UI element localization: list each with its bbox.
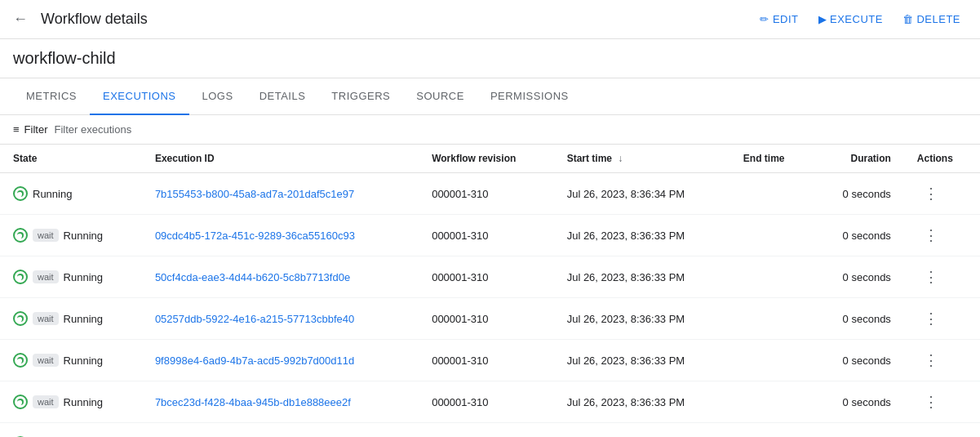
row-actions-button[interactable]: ⋮ xyxy=(917,431,945,437)
execution-id-link[interactable]: 09cdc4b5-172a-451c-9289-36ca55160c93 xyxy=(155,230,355,242)
state-cell: waitRunning xyxy=(0,256,142,298)
table-row: Running7b155453-b800-45a8-ad7a-201daf5c1… xyxy=(0,173,980,215)
pencil-icon: ✏ xyxy=(760,13,769,25)
tab-source[interactable]: SOURCE xyxy=(403,78,477,115)
state-cell: waitRunning xyxy=(0,298,142,340)
wait-badge: wait xyxy=(33,270,59,283)
col-duration[interactable]: Duration xyxy=(813,145,904,173)
state-text: Running xyxy=(33,188,72,200)
col-actions: Actions xyxy=(904,145,980,173)
running-icon xyxy=(13,186,28,201)
delete-button[interactable]: 🗑 DELETE xyxy=(896,8,967,30)
actions-cell: ⋮ xyxy=(904,423,980,438)
start-time-cell: Jul 26, 2023, 8:36:33 PM xyxy=(554,340,730,381)
execution-id-cell: 7bcec23d-f428-4baa-945b-db1e888eee2f xyxy=(142,381,419,423)
row-actions-button[interactable]: ⋮ xyxy=(917,265,945,289)
table-row: waitRunningef7732f5-8b63-454a-a25c-4c3ad… xyxy=(0,423,980,438)
page-title: Workflow details xyxy=(41,11,740,28)
filter-bar: ≡ Filter Filter executions xyxy=(0,115,980,145)
end-time-cell xyxy=(730,256,813,298)
running-icon xyxy=(13,311,28,326)
table-row: waitRunning09cdc4b5-172a-451c-9289-36ca5… xyxy=(0,215,980,256)
execution-id-link[interactable]: 7b155453-b800-45a8-ad7a-201daf5c1e97 xyxy=(155,188,354,200)
execution-id-link[interactable]: 50cf4cda-eae3-4d44-b620-5c8b7713fd0e xyxy=(155,271,350,283)
start-time-cell: Jul 26, 2023, 8:36:33 PM xyxy=(554,381,730,423)
revision-cell: 000001-310 xyxy=(419,215,554,256)
tab-permissions[interactable]: PERMISSIONS xyxy=(477,78,582,115)
play-icon: ▶ xyxy=(818,13,827,25)
table-row: waitRunning50cf4cda-eae3-4d44-b620-5c8b7… xyxy=(0,256,980,298)
execution-id-cell: 50cf4cda-eae3-4d44-b620-5c8b7713fd0e xyxy=(142,256,419,298)
row-actions-button[interactable]: ⋮ xyxy=(917,348,945,372)
end-time-cell xyxy=(730,298,813,340)
executions-table-container: State Execution ID Workflow revision Sta… xyxy=(0,145,980,437)
running-icon xyxy=(13,270,28,284)
col-state[interactable]: State xyxy=(0,145,142,173)
state-cell: waitRunning xyxy=(0,381,142,423)
actions-cell: ⋮ xyxy=(904,298,980,340)
start-time-cell: Jul 26, 2023, 8:36:32 PM xyxy=(554,423,730,438)
table-row: waitRunning7bcec23d-f428-4baa-945b-db1e8… xyxy=(0,381,980,423)
wait-badge: wait xyxy=(33,229,59,242)
col-end-time[interactable]: End time xyxy=(730,145,813,173)
end-time-cell xyxy=(730,173,813,215)
actions-cell: ⋮ xyxy=(904,173,980,215)
header-actions: ✏ EDIT ▶ EXECUTE 🗑 DELETE xyxy=(753,8,967,30)
wait-badge: wait xyxy=(33,395,59,408)
row-actions-button[interactable]: ⋮ xyxy=(917,306,945,331)
back-button[interactable]: ← xyxy=(13,11,28,28)
actions-cell: ⋮ xyxy=(904,381,980,423)
execution-id-cell: 09cdc4b5-172a-451c-9289-36ca55160c93 xyxy=(142,215,419,256)
wait-badge: wait xyxy=(33,312,59,325)
tab-details[interactable]: DETAILS xyxy=(246,78,319,115)
state-text: Running xyxy=(64,396,103,408)
execution-id-cell: 7b155453-b800-45a8-ad7a-201daf5c1e97 xyxy=(142,173,419,215)
running-icon xyxy=(13,228,28,243)
execution-id-link[interactable]: 9f8998e4-6ad9-4b7a-acd5-992b7d00d11d xyxy=(155,355,354,367)
start-time-cell: Jul 26, 2023, 8:36:34 PM xyxy=(554,173,730,215)
revision-cell: 000001-310 xyxy=(419,340,554,381)
start-time-cell: Jul 26, 2023, 8:36:33 PM xyxy=(554,256,730,298)
tab-executions[interactable]: EXECUTIONS xyxy=(90,78,189,115)
workflow-name: workflow-child xyxy=(0,39,980,78)
state-cell: waitRunning xyxy=(0,215,142,256)
start-time-cell: Jul 26, 2023, 8:36:33 PM xyxy=(554,298,730,340)
execute-button[interactable]: ▶ EXECUTE xyxy=(812,8,889,30)
wait-badge: wait xyxy=(33,354,59,367)
state-text: Running xyxy=(64,230,103,242)
tabs-bar: METRICS EXECUTIONS LOGS DETAILS TRIGGERS… xyxy=(0,78,980,115)
row-actions-button[interactable]: ⋮ xyxy=(917,223,945,247)
sort-desc-icon: ↓ xyxy=(618,153,623,164)
trash-icon: 🗑 xyxy=(902,13,914,25)
table-header-row: State Execution ID Workflow revision Sta… xyxy=(0,145,980,173)
tab-logs[interactable]: LOGS xyxy=(189,78,246,115)
execution-id-link[interactable]: 05257ddb-5922-4e16-a215-57713cbbfe40 xyxy=(155,313,354,325)
end-time-cell xyxy=(730,340,813,381)
execution-id-cell: 05257ddb-5922-4e16-a215-57713cbbfe40 xyxy=(142,298,419,340)
duration-cell: 0 seconds xyxy=(813,298,904,340)
tab-metrics[interactable]: METRICS xyxy=(13,78,90,115)
header: ← Workflow details ✏ EDIT ▶ EXECUTE 🗑 DE… xyxy=(0,0,980,39)
end-time-cell xyxy=(730,381,813,423)
execution-id-link[interactable]: 7bcec23d-f428-4baa-945b-db1e888eee2f xyxy=(155,396,351,408)
state-cell: Running xyxy=(0,173,142,215)
tab-triggers[interactable]: TRIGGERS xyxy=(318,78,403,115)
running-icon xyxy=(13,353,28,368)
filter-button[interactable]: ≡ Filter xyxy=(13,123,47,136)
execution-id-cell: 9f8998e4-6ad9-4b7a-acd5-992b7d00d11d xyxy=(142,340,419,381)
filter-placeholder: Filter executions xyxy=(54,123,131,136)
revision-cell: 000001-310 xyxy=(419,173,554,215)
edit-button[interactable]: ✏ EDIT xyxy=(753,8,805,30)
state-text: Running xyxy=(64,355,103,367)
state-text: Running xyxy=(64,313,103,325)
row-actions-button[interactable]: ⋮ xyxy=(917,390,945,414)
state-cell: waitRunning xyxy=(0,423,142,438)
duration-cell: 0 seconds xyxy=(813,381,904,423)
col-start-time[interactable]: Start time ↓ xyxy=(554,145,730,173)
col-workflow-revision[interactable]: Workflow revision xyxy=(419,145,554,173)
filter-lines-icon: ≡ xyxy=(13,123,20,136)
actions-cell: ⋮ xyxy=(904,256,980,298)
col-execution-id[interactable]: Execution ID xyxy=(142,145,419,173)
revision-cell: 000001-310 xyxy=(419,381,554,423)
row-actions-button[interactable]: ⋮ xyxy=(917,181,945,206)
